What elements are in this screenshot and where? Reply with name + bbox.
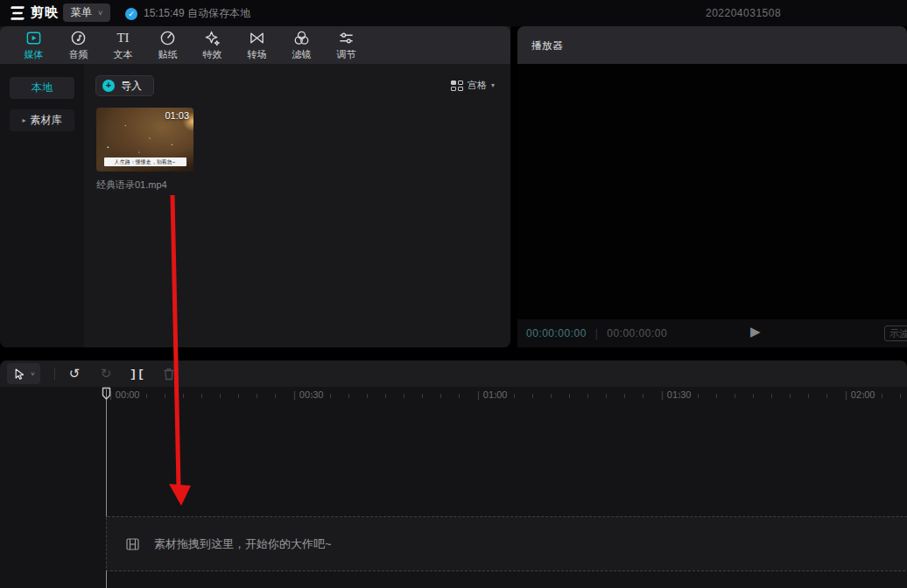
total-duration: 00:00:00:00 [607, 327, 667, 340]
ruler-tick [882, 394, 882, 398]
clip-thumbnail[interactable]: 01:03 人生路：慢慢走，别着急~ [96, 108, 193, 172]
plus-icon: + [102, 80, 115, 92]
chevron-down-icon: ˅ [98, 9, 102, 18]
text-icon: TI [116, 30, 129, 46]
player-viewport [517, 64, 907, 319]
ruler-tick [643, 394, 643, 398]
tab-transition[interactable]: 转场 [235, 26, 279, 64]
media-clip-card[interactable]: 01:03 人生路：慢慢走，别着急~ 经典语录01.mp4 [96, 108, 194, 192]
menu-button[interactable]: 菜单 ˅ [63, 4, 110, 22]
timeline-toolbar: ˅ ↺ ↻ ][ [0, 360, 907, 387]
ruler-tick [532, 394, 533, 398]
tab-media[interactable]: 媒体 [11, 26, 56, 64]
ruler-tick [183, 394, 184, 398]
project-name: 202204031508 [706, 7, 781, 19]
import-button[interactable]: + 导入 [95, 75, 154, 96]
filter-icon [293, 30, 310, 46]
split-button[interactable]: ][ [126, 363, 149, 384]
ruler-tick [808, 394, 809, 398]
ruler-tick [551, 394, 552, 398]
capcut-logo-icon [9, 5, 26, 21]
ruler-label: |01:00 [477, 389, 507, 400]
app-logo: 剪映 [9, 4, 59, 21]
ruler-tick [348, 394, 349, 398]
ruler-tick [385, 394, 386, 398]
cursor-icon [12, 368, 25, 381]
play-button[interactable]: ▶ [750, 324, 761, 340]
undo-button[interactable]: ↺ [63, 363, 86, 384]
chevron-down-icon: ˅ [31, 370, 35, 378]
media-content: + 导入 宫格 ▾ 01:03 人生路：慢慢走，别着急~ 经典语录01.mp4 [84, 64, 510, 347]
tab-text[interactable]: TI 文本 [101, 26, 145, 64]
media-panel: 媒体 音频 TI 文本 贴纸 特效 转场 [0, 26, 510, 347]
film-icon [126, 538, 139, 550]
timecode-display: 00:00:00:00 | 00:00:00:00 [526, 327, 667, 340]
asset-tabbar: 媒体 音频 TI 文本 贴纸 特效 转场 [0, 26, 510, 64]
autosave-status: ✓ 15:15:49 自动保存本地 [125, 6, 250, 21]
ruler-tick [679, 394, 680, 398]
dropzone-hint: 素材拖拽到这里，开始你的大作吧~ [154, 536, 332, 552]
tab-filter[interactable]: 滤镜 [279, 26, 324, 64]
timeline-ruler[interactable]: |00:00|00:30|01:00|01:30|02:00 [0, 387, 907, 404]
ruler-tick [514, 394, 515, 398]
ruler-tick [330, 394, 331, 398]
app-name: 剪映 [31, 4, 59, 21]
ruler-label: |00:00 [109, 389, 139, 400]
tab-sticker[interactable]: 贴纸 [145, 26, 190, 64]
tab-audio[interactable]: 音频 [56, 26, 101, 64]
current-time: 00:00:00:00 [526, 327, 587, 340]
ruler-tick [735, 394, 735, 398]
ruler-tick [753, 394, 754, 398]
player-title: 播放器 [531, 38, 563, 53]
timeline-tracks[interactable]: 素材拖拽到这里，开始你的大作吧~ [0, 404, 907, 588]
check-icon: ✓ [125, 8, 137, 20]
ruler-tick [238, 394, 239, 398]
ruler-tick [146, 394, 147, 398]
media-icon [25, 30, 42, 46]
redo-button[interactable]: ↻ [95, 363, 117, 384]
clip-subtitle-caption: 人生路：慢慢走，别着急~ [104, 158, 186, 166]
ruler-tick [422, 394, 423, 398]
player-header: 播放器 [517, 26, 907, 64]
ruler-tick [220, 394, 221, 398]
ruler-tick [257, 394, 257, 398]
delete-button[interactable] [158, 363, 180, 384]
clip-filename: 经典语录01.mp4 [96, 178, 194, 192]
timeline-dropzone[interactable]: 素材拖拽到这里，开始你的大作吧~ [106, 516, 907, 571]
adjust-icon [338, 30, 355, 46]
timeline-panel: ˅ ↺ ↻ ][ |00:00|00:30|01:00|01:30|02:00 … [0, 360, 907, 588]
ruler-tick [900, 394, 901, 398]
audio-icon [70, 30, 87, 46]
ruler-tick [496, 394, 496, 398]
expand-arrow-icon: ▸ [22, 116, 25, 124]
scope-button[interactable]: 示波器 [884, 326, 907, 341]
ruler-tick [367, 394, 368, 398]
sticker-icon [159, 30, 176, 46]
title-bar: 剪映 菜单 ˅ ✓ 15:15:49 自动保存本地 202204031508 [0, 0, 907, 26]
ruler-tick [771, 394, 772, 398]
player-controls: 00:00:00:00 | 00:00:00:00 ▶ 示波器 [517, 319, 907, 347]
view-mode-selector[interactable]: 宫格 ▾ [451, 79, 495, 92]
tab-adjust[interactable]: 调节 [324, 26, 369, 64]
tab-effects[interactable]: 特效 [190, 26, 235, 64]
trash-icon [163, 368, 175, 381]
grid-view-icon [451, 80, 463, 91]
select-tool-button[interactable]: ˅ [7, 363, 40, 384]
ruler-tick [459, 394, 460, 398]
ruler-tick [404, 394, 404, 398]
autosave-text: 15:15:49 自动保存本地 [144, 6, 250, 21]
ruler-tick [128, 394, 129, 398]
ruler-tick [863, 394, 864, 398]
ruler-tick [312, 394, 313, 398]
ruler-label: |00:30 [293, 389, 323, 400]
playhead-handle[interactable] [102, 387, 111, 401]
ruler-tick [606, 394, 607, 398]
ruler-tick [275, 394, 276, 398]
transition-icon [249, 30, 265, 46]
ruler-tick [569, 394, 570, 398]
ruler-label: |01:30 [661, 389, 691, 400]
ruler-tick [587, 394, 588, 398]
toolbar-divider [54, 368, 55, 380]
sidebar-item-local[interactable]: 本地 [10, 77, 74, 99]
sidebar-item-library[interactable]: ▸ 素材库 [10, 109, 74, 131]
